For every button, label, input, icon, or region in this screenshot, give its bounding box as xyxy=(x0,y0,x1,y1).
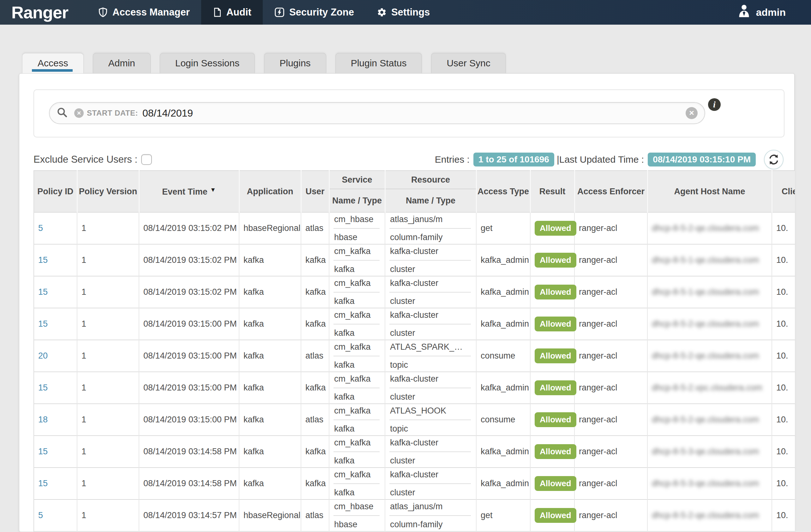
policy-id-link[interactable]: 5 xyxy=(38,511,43,520)
col-header-policy-version[interactable]: Policy Version xyxy=(77,171,139,212)
cell-resource: kafka-clustercluster xyxy=(385,276,476,308)
tab-user-sync[interactable]: User Sync xyxy=(431,53,506,73)
clear-search-icon[interactable]: ✕ xyxy=(686,107,698,119)
audit-table: Policy ID Policy Version Event Time▼ App… xyxy=(33,170,795,532)
search-input[interactable]: ✕ START DATE: 08/14/2019 ✕ xyxy=(49,102,705,124)
table-row: 5108/14/2019 03:14:57 PMhbaseRegionalatl… xyxy=(34,500,795,531)
policy-id-link[interactable]: 15 xyxy=(38,287,48,297)
cell-agent-host: dhcp-8-5-3-qe.cloudera.com xyxy=(647,468,772,500)
tab-login-sessions[interactable]: Login Sessions xyxy=(160,53,255,73)
col-header-policy-id[interactable]: Policy ID xyxy=(34,171,77,212)
info-icon[interactable]: i xyxy=(708,98,721,111)
gear-icon xyxy=(377,7,387,17)
cell-access-enforcer: ranger-acl xyxy=(575,436,647,468)
remove-filter-icon[interactable]: ✕ xyxy=(74,108,84,118)
tab-plugin-status[interactable]: Plugin Status xyxy=(335,53,422,73)
table-controls: Exclude Service Users : Entries : 1 to 2… xyxy=(33,149,783,170)
nav-item-access-manager[interactable]: Access Manager xyxy=(87,0,201,25)
policy-id-link[interactable]: 15 xyxy=(38,255,48,265)
refresh-button[interactable] xyxy=(764,150,783,169)
cell-policy-id: 15 xyxy=(34,308,77,340)
cell-resource: ATLAS_SPARK_…topic xyxy=(385,340,476,372)
table-row: 20108/14/2019 03:15:00 PMkafkaatlascm_ka… xyxy=(34,340,795,372)
cell-policy-version: 1 xyxy=(77,372,139,404)
cell-event-time: 08/14/2019 03:15:00 PM xyxy=(139,340,239,372)
policy-id-link[interactable]: 5 xyxy=(38,223,43,233)
col-header-service-name-type[interactable]: Name / Type xyxy=(329,189,385,212)
col-header-agent-host-name[interactable]: Agent Host Name xyxy=(647,171,772,212)
cell-policy-id: 5 xyxy=(34,500,77,531)
cell-application: kafka xyxy=(239,372,301,404)
result-badge: Allowed xyxy=(535,317,576,331)
policy-id-link[interactable]: 20 xyxy=(38,351,48,361)
exclude-service-users-checkbox[interactable] xyxy=(141,154,152,165)
filter-field-value[interactable]: 08/14/2019 xyxy=(142,107,193,119)
cell-user: atlas xyxy=(301,500,329,531)
col-header-access-enforcer[interactable]: Access Enforcer xyxy=(575,171,647,212)
cell-resource: kafka-clustercluster xyxy=(385,468,476,500)
cell-policy-id: 15 xyxy=(34,244,77,276)
cell-agent-host: dhcp-8-5-1-qe.cloudera.com xyxy=(647,276,772,308)
cell-policy-version: 1 xyxy=(77,212,139,244)
policy-id-link[interactable]: 15 xyxy=(38,319,48,329)
tab-access[interactable]: Access xyxy=(22,53,84,73)
col-header-client-ip[interactable]: Client IP xyxy=(772,171,795,212)
cell-service: cm_kafkakafka xyxy=(329,404,385,436)
cell-client-ip: 10. xyxy=(772,212,795,244)
policy-id-link[interactable]: 15 xyxy=(38,447,48,456)
tab-plugins[interactable]: Plugins xyxy=(264,53,326,73)
cell-client-ip: 10. xyxy=(772,404,795,436)
cell-access-type: kafka_admin xyxy=(476,308,530,340)
cell-agent-host: dhcp-8-5-2-qe.cloudera.com xyxy=(647,500,772,531)
nav-item-audit[interactable]: Audit xyxy=(201,0,263,25)
nav-item-settings[interactable]: Settings xyxy=(365,0,441,25)
cell-application: kafka xyxy=(239,468,301,500)
cell-policy-version: 1 xyxy=(77,276,139,308)
cell-client-ip: 10. xyxy=(772,372,795,404)
cell-access-type: kafka_admin xyxy=(476,244,530,276)
cell-resource: ATLAS_HOOKtopic xyxy=(385,404,476,436)
table-row: 15108/14/2019 03:15:00 PMkafkakafkacm_ka… xyxy=(34,308,795,340)
col-header-resource-name-type[interactable]: Name / Type xyxy=(385,189,476,212)
cell-client-ip: 10. xyxy=(772,276,795,308)
cell-access-type: consume xyxy=(476,340,530,372)
last-updated-label: |Last Updated Time : xyxy=(557,154,644,165)
nav-item-security-zone[interactable]: Security Zone xyxy=(263,0,365,25)
cell-policy-id: 15 xyxy=(34,276,77,308)
cell-agent-host: dhcp-8-5-2-qe.cloudera.com xyxy=(647,340,772,372)
result-badge: Allowed xyxy=(535,444,576,459)
policy-id-link[interactable]: 18 xyxy=(38,415,48,424)
cell-application: kafka xyxy=(239,276,301,308)
policy-id-link[interactable]: 15 xyxy=(38,478,48,488)
cell-result: Allowed xyxy=(530,372,575,404)
col-header-event-time[interactable]: Event Time▼ xyxy=(139,171,239,212)
table-row: 15108/14/2019 03:15:00 PMkafkakafkacm_ka… xyxy=(34,372,795,404)
main-nav: Access Manager Audit Security Zone Setti… xyxy=(87,0,441,25)
cell-event-time: 08/14/2019 03:15:02 PM xyxy=(139,276,239,308)
col-header-access-type[interactable]: Access Type xyxy=(476,171,530,212)
col-header-result[interactable]: Result xyxy=(530,171,575,212)
cell-resource: kafka-clustercluster xyxy=(385,244,476,276)
cell-policy-version: 1 xyxy=(77,436,139,468)
brand-logo[interactable]: Ranger xyxy=(11,2,68,22)
cell-result: Allowed xyxy=(530,244,575,276)
table-row: 15108/14/2019 03:14:58 PMkafkakafkacm_ka… xyxy=(34,468,795,500)
table-row: 15108/14/2019 03:14:58 PMkafkakafkacm_ka… xyxy=(34,436,795,468)
top-navbar: Ranger Access Manager Audit Security Zon… xyxy=(0,0,811,25)
cell-client-ip: 10. xyxy=(772,500,795,531)
result-badge: Allowed xyxy=(535,476,576,491)
col-header-application[interactable]: Application xyxy=(239,171,301,212)
cell-event-time: 08/14/2019 03:15:02 PM xyxy=(139,244,239,276)
cell-user: kafka xyxy=(301,244,329,276)
cell-application: hbaseRegional xyxy=(239,500,301,531)
result-badge: Allowed xyxy=(535,221,576,236)
policy-id-link[interactable]: 15 xyxy=(38,383,48,392)
cell-resource: atlas_janus/mcolumn-family xyxy=(385,212,476,244)
tab-admin[interactable]: Admin xyxy=(93,53,151,73)
col-header-user[interactable]: User xyxy=(301,171,329,212)
user-name: admin xyxy=(756,6,786,18)
cell-user: atlas xyxy=(301,340,329,372)
user-menu[interactable]: admin xyxy=(737,0,786,25)
cell-user: atlas xyxy=(301,404,329,436)
cell-event-time: 08/14/2019 03:15:00 PM xyxy=(139,372,239,404)
